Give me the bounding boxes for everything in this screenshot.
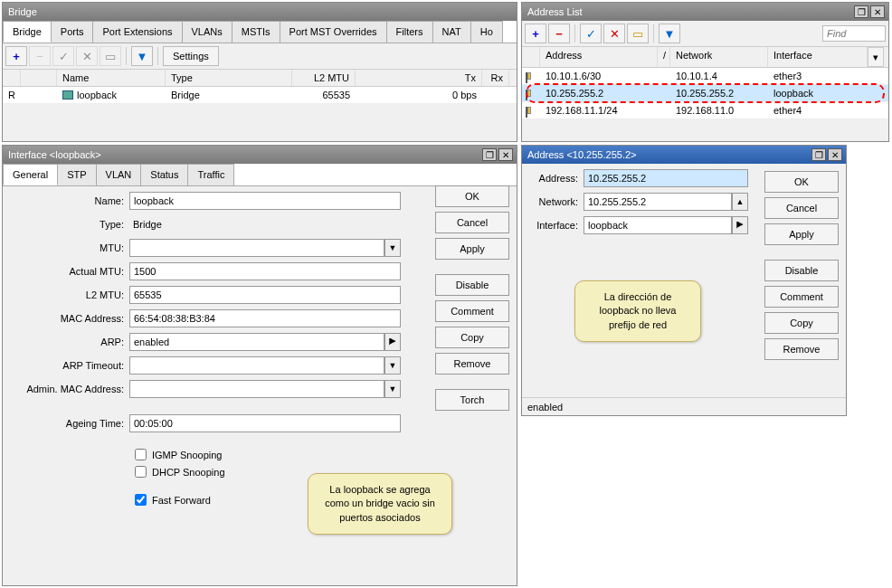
mtu-field[interactable]	[129, 239, 384, 257]
restore-icon[interactable]: ❐	[811, 148, 826, 161]
disable-button[interactable]: Disable	[435, 274, 509, 296]
remove-button[interactable]: Remove	[764, 338, 839, 360]
network-label: Network:	[531, 196, 584, 207]
tab-bridge[interactable]: Bridge	[3, 21, 52, 43]
col-address[interactable]: Address	[540, 47, 658, 67]
arp-label: ARP:	[12, 337, 129, 347]
filter-button[interactable]: ▼	[659, 24, 680, 43]
col-l2mtu[interactable]: L2 MTU	[292, 70, 356, 86]
tab-vlan[interactable]: VLAN	[96, 164, 142, 185]
interface-field[interactable]	[584, 216, 732, 234]
disable-button[interactable]: Disable	[764, 260, 839, 281]
tab-port-mst[interactable]: Port MST Overrides	[280, 21, 387, 43]
interface-dropdown[interactable]: ⯈	[732, 216, 748, 234]
l2mtu-field	[129, 286, 401, 304]
igmp-snooping-checkbox[interactable]	[135, 449, 147, 460]
table-row[interactable]: 192.168.11.1/24 192.168.11.0 ether4	[522, 102, 888, 119]
tab-port-ext[interactable]: Port Extensions	[92, 21, 182, 43]
tab-stp[interactable]: STP	[57, 164, 96, 185]
apply-button[interactable]: Apply	[764, 223, 839, 245]
flag-icon	[527, 107, 531, 114]
column-menu[interactable]: ▾	[868, 47, 884, 67]
tab-status[interactable]: Status	[140, 164, 188, 185]
col-rx[interactable]: Rx	[482, 70, 509, 86]
arpt-dropdown[interactable]: ▼	[384, 356, 401, 375]
addrlist-toolbar: + − ✓ ✕ ▭ ▼	[522, 21, 888, 47]
bridge-titlebar[interactable]: Bridge	[3, 3, 517, 21]
ok-button[interactable]: OK	[435, 185, 509, 207]
comment-button[interactable]: Comment	[435, 300, 509, 322]
iface-tabs: General STP VLAN Status Traffic	[3, 164, 517, 186]
filter-button[interactable]: ▼	[131, 46, 153, 66]
find-input[interactable]	[822, 25, 886, 42]
name-field[interactable]	[129, 192, 401, 210]
iface-titlebar[interactable]: Interface <loopback> ❐ ✕	[3, 146, 517, 164]
addrlist-titlebar[interactable]: Address List ❐ ✕	[522, 3, 888, 21]
tab-general[interactable]: General	[3, 164, 58, 185]
tab-traffic[interactable]: Traffic	[187, 164, 234, 185]
l2mtu-label: L2 MTU:	[12, 289, 129, 300]
dhcp-snooping-checkbox[interactable]	[135, 466, 147, 478]
tab-ports[interactable]: Ports	[51, 21, 94, 43]
col-type[interactable]: Type	[166, 70, 292, 86]
settings-button[interactable]: Settings	[163, 46, 219, 66]
tab-mstis[interactable]: MSTIs	[232, 21, 280, 43]
flag-icon	[527, 90, 531, 97]
addrlist-table-header: Address / Network Interface ▾	[522, 47, 888, 68]
apply-button[interactable]: Apply	[435, 238, 509, 260]
address-field[interactable]	[584, 169, 748, 187]
close-icon[interactable]: ✕	[870, 5, 885, 18]
mac-label: MAC Address:	[12, 313, 129, 324]
cancel-button[interactable]: Cancel	[435, 212, 509, 233]
restore-icon[interactable]: ❐	[854, 5, 868, 18]
restore-icon[interactable]: ❐	[482, 148, 497, 161]
iface-title: Interface <loopback>	[6, 149, 480, 160]
disable-button: ✕	[76, 46, 98, 66]
tab-filters[interactable]: Filters	[386, 21, 433, 43]
enable-button[interactable]: ✓	[580, 24, 602, 43]
add-button[interactable]: +	[5, 46, 27, 66]
fast-forward-checkbox[interactable]	[135, 494, 147, 506]
amac-dropdown[interactable]: ▼	[384, 380, 401, 398]
admin-mac-field[interactable]	[129, 380, 384, 398]
col-name[interactable]: Name	[57, 70, 166, 86]
add-button[interactable]: +	[525, 24, 546, 43]
amtu-label: Actual MTU:	[12, 266, 129, 277]
flag-icon	[527, 72, 531, 80]
arp-field[interactable]	[129, 333, 384, 351]
col-network[interactable]: Network	[670, 47, 768, 67]
network-up[interactable]: ▲	[732, 193, 748, 211]
disable-button[interactable]: ✕	[603, 24, 625, 43]
copy-button[interactable]: Copy	[764, 312, 839, 334]
col-tx[interactable]: Tx	[356, 70, 482, 86]
torch-button[interactable]: Torch	[435, 389, 509, 411]
bridge-title: Bridge	[6, 6, 513, 17]
arp-timeout-field[interactable]	[129, 356, 384, 375]
cancel-button[interactable]: Cancel	[764, 197, 839, 219]
amac-label: Admin. MAC Address:	[12, 384, 129, 394]
comment-button[interactable]: ▭	[627, 24, 649, 43]
remove-button[interactable]: Remove	[435, 353, 509, 375]
copy-button[interactable]: Copy	[435, 327, 509, 348]
tab-nat[interactable]: NAT	[432, 21, 471, 43]
tab-ho[interactable]: Ho	[470, 21, 503, 43]
table-row[interactable]: 10.10.1.6/30 10.10.1.4 ether3	[522, 68, 888, 85]
table-row[interactable]: R loopback Bridge 65535 0 bps	[3, 87, 517, 104]
network-field[interactable]	[584, 193, 732, 211]
interface-icon	[62, 90, 73, 100]
comment-button[interactable]: Comment	[764, 286, 839, 308]
tab-vlans[interactable]: VLANs	[182, 21, 232, 43]
actual-mtu-field	[129, 262, 401, 280]
close-icon[interactable]: ✕	[498, 148, 513, 161]
ok-button[interactable]: OK	[764, 171, 839, 193]
close-icon[interactable]: ✕	[828, 148, 842, 161]
bridge-table-body: R loopback Bridge 65535 0 bps	[3, 87, 517, 104]
arp-dropdown[interactable]: ⯈	[384, 333, 401, 351]
col-interface[interactable]: Interface	[768, 47, 868, 67]
remove-button[interactable]: −	[548, 24, 570, 43]
addr-titlebar[interactable]: Address <10.255.255.2> ❐ ✕	[522, 146, 846, 164]
table-row[interactable]: 10.255.255.2 10.255.255.2 loopback	[522, 85, 888, 102]
ageing-time-field[interactable]	[129, 414, 401, 432]
mtu-dropdown[interactable]: ▼	[384, 239, 401, 257]
address-label: Address:	[531, 173, 584, 184]
